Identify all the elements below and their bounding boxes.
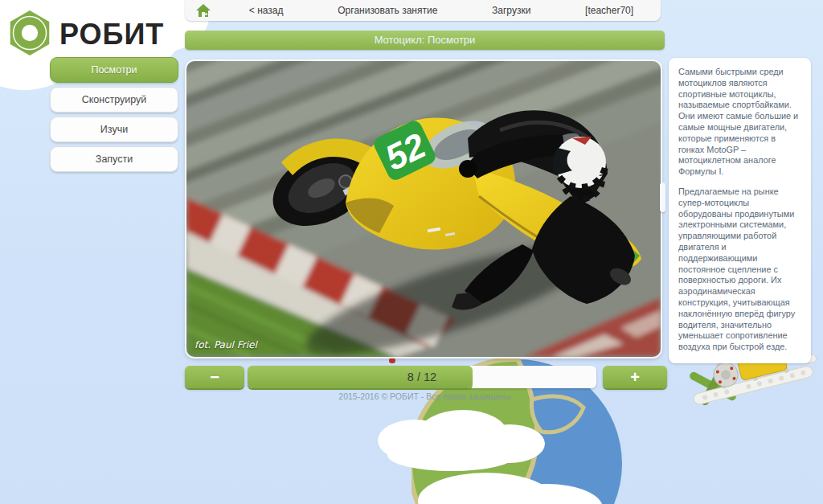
page-progress-bar: 8 / 12 [248,366,596,388]
sidebar-item-look[interactable]: Посмотри [50,57,178,83]
plus-icon: + [630,368,640,387]
nav-item-organize-lesson[interactable]: Организовать занятие [338,5,437,16]
sidebar-item-label: Изучи [100,124,128,135]
photo-credit: fot. Paul Friel [194,339,257,350]
sidebar-item-label: Запусти [96,154,133,165]
page-title: Мотоцикл: Посмотри [185,31,665,50]
sidebar-item-label: Посмотри [91,64,137,76]
sidebar-item-construct[interactable]: Сконструируй [50,87,178,113]
nav-item-back[interactable]: < назад [249,5,284,16]
ladybug-decoration [389,358,395,363]
app-logo: РОБИТ [6,10,164,59]
info-panel: Самыми быстрыми среди мотоциклов являютс… [669,58,811,363]
panel-scrollbar[interactable] [660,182,665,212]
minus-icon: − [210,368,219,387]
next-page-button[interactable]: + [603,366,667,388]
home-button[interactable] [193,2,214,18]
copyright-text: 2015-2016 © РОБИТ - Все права защищены [185,391,665,401]
sidebar-item-label: Сконструируй [82,94,147,105]
logo-text: РОБИТ [59,18,164,51]
motorcycle-photo: 52 fot. Paul Friel [186,61,661,357]
top-navigation-bar: < назад Организовать занятие Загрузки [t… [185,0,661,21]
previous-page-button[interactable]: − [185,366,244,388]
page-counter: 8 / 12 [248,366,596,388]
nav-item-downloads[interactable]: Загрузки [492,5,530,16]
sidebar-item-launch[interactable]: Запусти [50,146,178,172]
sidebar-item-study[interactable]: Изучи [50,117,178,142]
home-icon [195,3,211,18]
info-paragraph: Предлагаемые на рынке супер-мотоциклы об… [678,186,801,353]
info-paragraph: Самыми быстрыми среди мотоциклов являютс… [678,67,801,178]
cloud-decoration [387,439,516,471]
robit-gear-icon [6,10,53,59]
nav-item-user-account[interactable]: [teacher70] [585,5,633,16]
sidebar: Посмотри Сконструируй Изучи Запусти [50,57,178,176]
